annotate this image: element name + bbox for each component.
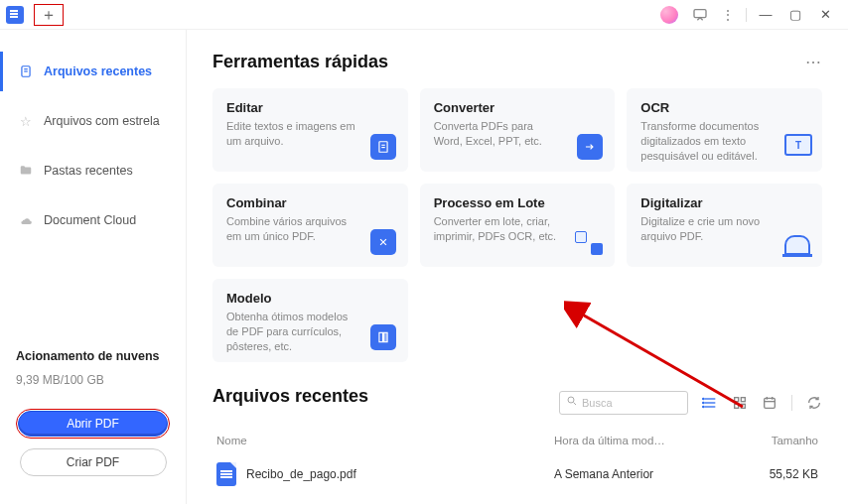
folder-icon <box>18 163 34 179</box>
tool-desc: Converter em lote, criar, imprimir, PDFs… <box>434 214 563 244</box>
grid-view-icon[interactable] <box>732 395 748 411</box>
tool-title: Digitalizar <box>640 195 808 210</box>
search-input[interactable] <box>582 397 671 409</box>
new-tab-button[interactable]: ＋ <box>41 7 57 23</box>
quick-tools-title: Ferramentas rápidas <box>212 52 388 72</box>
sidebar-bottom: Acionamento de nuvens 9,39 MB/100 GB Abr… <box>0 339 186 504</box>
main-content: Ferramentas rápidas ⋯ Editar Edite texto… <box>187 30 848 504</box>
feedback-icon[interactable] <box>686 1 714 29</box>
tool-title: Editar <box>226 100 394 115</box>
svg-point-14 <box>703 398 704 399</box>
window-maximize[interactable]: ▢ <box>780 7 810 22</box>
sidebar-item-recent-files[interactable]: Arquivos recentes <box>0 52 186 91</box>
star-icon: ☆ <box>18 113 34 129</box>
svg-rect-20 <box>741 404 745 408</box>
batch-icon <box>575 231 603 255</box>
tools-more-icon[interactable]: ⋯ <box>805 53 822 71</box>
tool-edit[interactable]: Editar Edite textos e imagens em um arqu… <box>212 88 408 172</box>
col-name: Nome <box>212 435 554 446</box>
separator <box>791 395 792 411</box>
separator <box>746 8 747 22</box>
sidebar-item-document-cloud[interactable]: Document Cloud <box>0 200 186 240</box>
create-pdf-button[interactable]: Criar PDF <box>20 448 167 476</box>
tools-grid: Editar Edite textos e imagens em um arqu… <box>212 88 822 362</box>
sidebar-item-recent-folders[interactable]: Pastas recentes <box>0 151 186 190</box>
tool-title: Modelo <box>226 291 394 306</box>
document-icon <box>18 63 34 79</box>
tool-batch[interactable]: Processo em Lote Converter em lote, cria… <box>420 184 616 267</box>
edit-icon <box>370 134 396 160</box>
search-icon <box>566 395 578 410</box>
svg-point-15 <box>703 402 704 403</box>
file-modified: A Semana Anterior <box>554 467 753 481</box>
svg-rect-0 <box>694 9 706 17</box>
annotation-new-tab-highlight: ＋ <box>34 4 64 26</box>
tool-title: Converter <box>434 100 602 115</box>
tool-desc: Digitalize e crie um novo arquivo PDF. <box>640 214 770 244</box>
app-logo <box>6 6 24 24</box>
svg-rect-19 <box>735 404 739 408</box>
sidebar-item-label: Document Cloud <box>44 213 136 227</box>
tool-title: Processo em Lote <box>434 195 602 210</box>
cloud-icon <box>18 212 34 228</box>
scan-icon <box>784 235 810 255</box>
tool-desc: Converta PDFs para Word, Excel, PPT, etc… <box>434 119 563 149</box>
col-size: Tamanho <box>753 435 822 446</box>
sidebar: Arquivos recentes ☆ Arquivos com estrela… <box>0 30 187 504</box>
svg-point-9 <box>568 397 574 403</box>
template-icon <box>370 324 396 350</box>
tool-template[interactable]: Modelo Obtenha ótimos modelos de PDF par… <box>212 279 408 362</box>
tool-ocr[interactable]: OCR Transforme documentos digitalizados … <box>627 88 822 172</box>
list-view-icon[interactable] <box>702 395 718 411</box>
file-name: Recibo_de_pago.pdf <box>246 467 356 481</box>
tool-scan[interactable]: Digitalizar Digitalize e crie um novo ar… <box>627 184 822 267</box>
cloud-section-title: Acionamento de nuvens <box>16 349 170 363</box>
sidebar-item-label: Arquivos com estrela <box>44 114 160 128</box>
open-pdf-button[interactable]: Abrir PDF <box>18 411 168 437</box>
titlebar: ＋ ⋮ — ▢ ✕ <box>0 0 848 30</box>
tool-title: Combinar <box>226 195 394 210</box>
tool-desc: Edite textos e imagens em um arquivo. <box>226 119 355 149</box>
sidebar-item-label: Arquivos recentes <box>44 64 152 78</box>
tool-desc: Obtenha ótimos modelos de PDF para currí… <box>226 310 355 354</box>
tool-desc: Combine vários arquivos em um único PDF. <box>226 214 355 244</box>
svg-rect-18 <box>741 397 745 401</box>
table-header: Nome Hora da última mod… Tamanho <box>212 429 822 454</box>
tool-combine[interactable]: Combinar Combine vários arquivos em um ú… <box>212 184 408 267</box>
kebab-menu-icon[interactable]: ⋮ <box>714 1 742 29</box>
window-close[interactable]: ✕ <box>810 7 840 22</box>
table-row[interactable]: Recibo_de_pago.pdf A Semana Anterior 55,… <box>212 454 822 494</box>
recent-files-title: Arquivos recentes <box>212 386 368 407</box>
ocr-icon: T <box>784 134 812 156</box>
file-size: 55,52 KB <box>753 467 822 481</box>
convert-icon <box>577 134 603 160</box>
calendar-icon[interactable] <box>762 395 777 411</box>
svg-rect-7 <box>379 332 383 341</box>
svg-rect-8 <box>383 332 387 341</box>
tool-convert[interactable]: Converter Converta PDFs para Word, Excel… <box>420 88 616 172</box>
search-box[interactable] <box>559 391 688 415</box>
annotation-open-pdf-highlight: Abrir PDF <box>16 409 170 439</box>
tool-desc: Transforme documentos digitalizados em t… <box>640 119 770 164</box>
svg-rect-17 <box>735 397 739 401</box>
cloud-usage-text: 9,39 MB/100 GB <box>16 373 170 387</box>
sidebar-item-starred[interactable]: ☆ Arquivos com estrela <box>0 101 186 141</box>
svg-line-10 <box>574 403 577 406</box>
tool-title: OCR <box>640 100 808 115</box>
refresh-icon[interactable] <box>806 395 822 411</box>
col-modified: Hora da última mod… <box>554 435 753 446</box>
window-minimize[interactable]: — <box>751 7 780 22</box>
svg-point-16 <box>703 406 704 407</box>
combine-icon <box>370 229 396 255</box>
avatar[interactable] <box>660 6 678 24</box>
pdf-file-icon <box>216 462 236 486</box>
svg-rect-21 <box>765 398 776 408</box>
sidebar-item-label: Pastas recentes <box>44 164 133 178</box>
